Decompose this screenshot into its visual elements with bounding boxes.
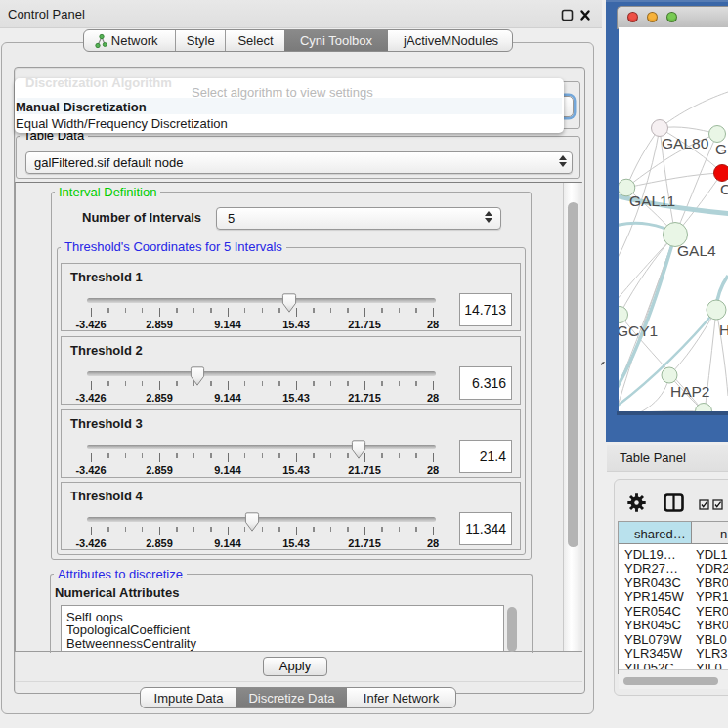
svg-text:HAP2: HAP2 — [670, 383, 710, 400]
svg-text:C: C — [720, 181, 728, 197]
svg-text:GCY1: GCY1 — [619, 322, 658, 339]
svg-text:GAL11: GAL11 — [629, 193, 675, 209]
svg-text:G.: G. — [715, 141, 728, 157]
svg-text:H: H — [719, 321, 728, 338]
svg-text:GAL80: GAL80 — [662, 135, 709, 151]
svg-text:GAL4: GAL4 — [677, 242, 716, 259]
